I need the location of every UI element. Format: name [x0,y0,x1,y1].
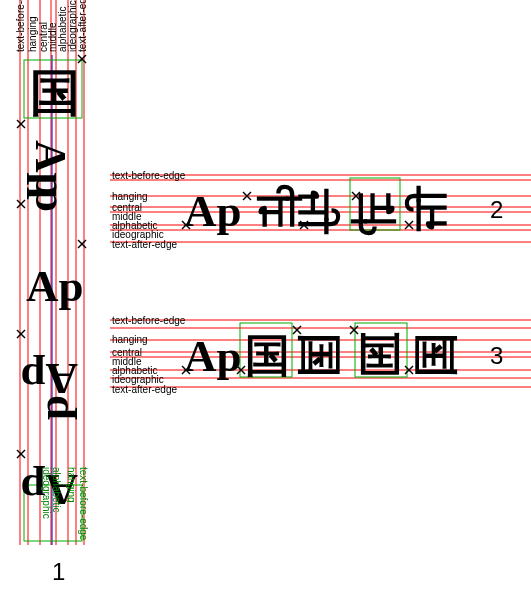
panel-2: text-before-edge hanging central middle … [110,170,531,250]
panel-3: text-before-edge hanging central middle … [110,315,531,395]
latin-sample-3: Ap [184,331,242,381]
label3-hanging: hanging [112,334,148,345]
latin-sample-2: Ap [184,186,242,236]
svg-text:Ap: Ap [26,261,84,311]
latin-v-rot270b: p [28,395,78,420]
label1b-ideographic: ideographic [41,467,52,519]
cjk-rot0: 国 [245,331,290,381]
latin-v-rot0: Ap [26,261,84,311]
svg-text:国: 国 [411,332,461,377]
cjk-rot270: 国 [411,332,461,377]
svg-text:国: 国 [357,329,402,379]
label-text-after-edge: text-after-edge [112,239,177,250]
panel-label-1: 1 [52,558,65,585]
baseline-labels-3: text-before-edge hanging central middle … [112,315,186,395]
label-hanging: hanging [112,191,148,202]
gurmukhi-rot90: ਜੀ [289,188,341,235]
label1b-tbe: text-before-edge [78,467,89,541]
label1b-hanging: hanging [66,467,77,503]
baseline-labels-2: text-before-edge hanging central middle … [112,170,186,250]
svg-text:ਜੀ: ਜੀ [350,184,397,236]
label-text-before-edge: text-before-edge [112,170,186,181]
svg-text:国: 国 [245,331,290,381]
svg-text:p: p [28,395,78,420]
latin-v-rot90b: p [26,187,76,212]
svg-text:ਜੀ: ਜੀ [404,185,456,232]
cjk-rot90: 国 [294,333,344,378]
cjk-top: 国 [30,65,80,121]
cjk-rot180: 国 [357,329,402,379]
label1-tbe: text-before-edge [15,0,26,52]
label3-text-before-edge: text-before-edge [112,315,186,326]
svg-text:ਜੀ: ਜੀ [289,188,341,235]
panel-1: text-before-edge hanging central middle … [15,0,89,585]
gurmukhi-rot270: ਜੀ [404,185,456,232]
panel-label-2: 2 [490,196,503,223]
panel-label-3: 3 [490,342,503,369]
svg-text:国: 国 [294,333,344,378]
gurmukhi-rot180: ਜੀ [350,184,397,236]
label3-text-after-edge: text-after-edge [112,384,177,395]
svg-text:p: p [26,187,76,212]
label1-tae: text-after-edge [77,0,88,52]
label1b-alphabetic: alphabetic [51,467,62,513]
label1-hanging: hanging [27,16,38,52]
